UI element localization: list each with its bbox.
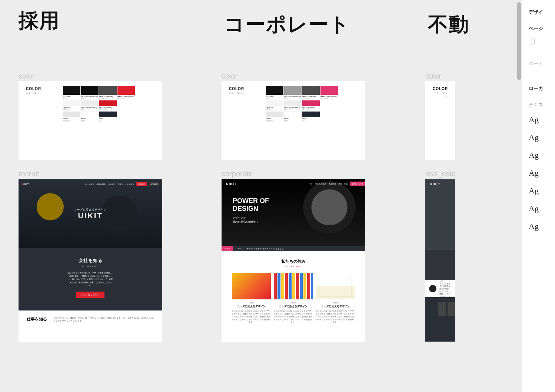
- color-frame-corporate[interactable]: COLOR カラーパレット text-body#111 text-body-se…: [222, 81, 365, 160]
- swatch: bg-body-secondary#F3F3F3: [81, 100, 99, 111]
- work-title: 仕事を知る: [27, 316, 47, 322]
- logo: UIKIT: [430, 182, 441, 186]
- advantage-card: Needs ニーズに応えるデザイン ビジネスのニーズに応えるカスタマイズデザイン…: [274, 273, 313, 324]
- corporate-hero: UIKIT TOP 私たちの強み 事業内容 事例・実績 お問い合わせ POWER…: [222, 179, 365, 246]
- hero-subtitle-line1: デザインで: [233, 216, 246, 219]
- company-title-en: COMPANY: [19, 265, 162, 268]
- frame-label-color-3: color: [425, 72, 441, 80]
- preview-frame-corporate[interactable]: corporate UIKIT TOP 私たちの強み 事業内容 事例・実績 お問…: [222, 179, 365, 342]
- frame-label-realestate: real_esta: [425, 170, 456, 178]
- section-heading-recruit: 採用: [19, 7, 60, 34]
- panel-section-local-styles: ローカ: [529, 85, 555, 92]
- panel-divider: [522, 77, 555, 77]
- swatch: bg-body-tertiary#E70D28: [99, 100, 117, 111]
- company-title: 会社を知る: [19, 258, 162, 264]
- text-style-row[interactable]: Ag·: [529, 204, 555, 213]
- card-body: ビジネスのニーズに応えるカスタマイズデザインを行える、独創性のあるデザインとプロ…: [274, 310, 313, 324]
- text-style-row[interactable]: Ag·: [529, 168, 555, 178]
- news-bar: NEWS YY.MM.DD コーポレートサイトをリニューアルしました。: [222, 246, 365, 251]
- palette-title: COLOR: [433, 87, 448, 91]
- panel-divider: [522, 52, 555, 52]
- figma-canvas[interactable]: 採用 コーポレート 不動 color color color COLOR カラー…: [0, 0, 555, 392]
- swatch: border#F0F0F0: [63, 112, 80, 122]
- text-style-row[interactable]: Ag·: [529, 186, 555, 196]
- recruit-nav: UIKIT 会社を知る 仕事を知る 人を知る プロジェクトを知る 新卒採用 中途…: [21, 182, 159, 187]
- text-style-row[interactable]: Ag·: [529, 222, 555, 231]
- frame-label-corporate: corporate: [222, 170, 253, 178]
- page-color-checkbox[interactable]: [529, 39, 535, 44]
- advantage-card: Needs ニーズに応えるデザイン ビジネスのニーズに応えるカスタマイズデザイン…: [232, 273, 271, 324]
- canvas-scrollbar[interactable]: [517, 2, 521, 91]
- section-heading-realestate: 不動: [428, 11, 469, 38]
- logo: UIKIT: [226, 182, 237, 186]
- advantage-card: Needs ニーズに応えるデザイン ビジネスのニーズに応えるカスタマイズデザイン…: [316, 273, 355, 324]
- card-title: ニーズに応えるデザイン: [232, 305, 271, 308]
- panel-subsection-text: テキス: [529, 102, 555, 108]
- nav-link: 事例・実績: [338, 183, 348, 185]
- frame-label-color-1: color: [19, 72, 34, 80]
- swatch: text-body-emphasis#E3357A: [320, 86, 338, 100]
- card-mini: Needs: [232, 302, 271, 304]
- swatch: dark#11: [99, 112, 117, 122]
- card-title: ニーズに応えるデザイン: [274, 305, 313, 308]
- nav-link: プロジェクトを知る: [117, 183, 134, 185]
- recruit-hero: UIKIT 会社を知る 仕事を知る 人を知る プロジェクトを知る 新卒採用 中途…: [19, 179, 162, 248]
- advantage-section: 私たちの強み ADVANTAGE Needs ニーズに応えるデザイン ビジネスの…: [222, 251, 365, 328]
- swatch: bg-body#FAFAFA: [63, 100, 80, 111]
- hero-title-line2: DESIGN: [233, 205, 269, 213]
- swatch: dark#11: [302, 112, 320, 122]
- swatch-grid: text-body#111 text-body-secondary#555 te…: [266, 86, 360, 155]
- text-style-row[interactable]: Ag·: [529, 150, 555, 160]
- swatch: bg-body-secondary#F3F3F3: [284, 100, 302, 111]
- work-body: 製品デザインには、機能性、デザイン性、生産性などを考慮した設計を行います。また、…: [54, 316, 154, 322]
- hero-title-line1: POWER OF: [233, 197, 269, 205]
- advantage-title: 私たちの強み: [232, 259, 355, 264]
- recruit-company-section: 会社を知る COMPANY あらゆるビジネスにおいて、デザインを通じて新しい価値…: [19, 248, 162, 310]
- swatch: text-body#111: [63, 86, 80, 100]
- realestate-gallery: [425, 297, 455, 342]
- card-image: [274, 273, 313, 299]
- card-image: [232, 273, 271, 299]
- card-title: ニーズに応えるデザイン: [316, 305, 355, 308]
- palette-subtitle: カラーパレット: [433, 92, 448, 98]
- frame-label-recruit: recruit: [19, 170, 39, 178]
- swatch: text-body#111: [266, 86, 283, 100]
- preview-frame-recruit[interactable]: recruit UIKIT 会社を知る 仕事を知る 人を知る プロジェクトを知る…: [19, 179, 162, 342]
- panel-section-design[interactable]: デザイ: [529, 9, 555, 16]
- nav-link: 会社を知る: [85, 183, 94, 185]
- hero-subtitle-line2: 優れた製品を創造する: [233, 220, 259, 223]
- swatch: text-body-tertiary#7D8D74: [302, 86, 320, 100]
- news-msg: コーポレートサイトをリニューアルしました。: [246, 248, 365, 250]
- preview-frame-realestate[interactable]: real_esta UIKIT 今週 オンライン相 【リノベ見学会】築年数を感じ…: [425, 179, 455, 342]
- hero-tagline: ニーズに応えるデザイン: [74, 207, 107, 211]
- color-frame-recruit[interactable]: COLOR カラーパレット text-body#111 text-body-se…: [19, 81, 162, 160]
- realestate-hero: UIKIT: [425, 179, 455, 250]
- card-image: [316, 273, 355, 299]
- card-body: ビジネスのニーズに応えるカスタマイズデザインを行える、独創性のあるデザインとプロ…: [232, 310, 271, 324]
- properties-panel[interactable]: デザイ ページ ローカ ローカ テキス Ag· Ag· Ag· Ag· Ag· …: [522, 0, 555, 392]
- swatch: border#F0F0F0: [266, 112, 283, 122]
- text-style-row[interactable]: Ag·: [529, 133, 555, 142]
- realestate-dark-section: [425, 250, 455, 280]
- gallery-cell: [448, 302, 455, 316]
- recruit-work-section: 仕事を知る 製品デザインには、機能性、デザイン性、生産性などを考慮した設計を行い…: [19, 310, 162, 326]
- panel-section-local-variables[interactable]: ローカ: [529, 60, 555, 67]
- nav-cta-secondary: 中途採用: [149, 182, 159, 186]
- swatch: text-body-tertiary#7D8D74: [99, 86, 117, 100]
- swatch: text-body-secondary#555: [284, 86, 302, 100]
- scrollbar-thumb[interactable]: [517, 2, 521, 80]
- frame-label-color-2: color: [222, 72, 237, 80]
- company-body: あらゆるビジネスにおいて、デザインを通じて新しい価値を創出し、課題を共に解決する…: [68, 271, 113, 287]
- card-body: ビジネスのニーズに応えるカスタマイズデザインを行える、独創性のあるデザインとプロ…: [316, 310, 355, 324]
- news-tag: NEWS: [222, 246, 233, 251]
- swatch: white#FFF: [284, 112, 302, 122]
- realestate-info-strip: 今週 オンライン相 【リノベ見学会】築年数を感じさせない住まいづくり体験！こだわ…: [425, 280, 455, 297]
- swatch: white#FFF: [81, 112, 99, 122]
- text-style-row[interactable]: Ag·: [529, 115, 555, 124]
- swatch: bg-body#FAFAFA: [266, 100, 283, 111]
- avatar-icon: [429, 285, 436, 292]
- color-frame-realestate[interactable]: COLOR カラーパレット: [425, 81, 455, 160]
- swatch: bg-body-tertiary#E32F6F: [302, 100, 320, 111]
- card-mini: Needs: [274, 302, 313, 304]
- nav-link: 私たちの強み: [315, 183, 326, 185]
